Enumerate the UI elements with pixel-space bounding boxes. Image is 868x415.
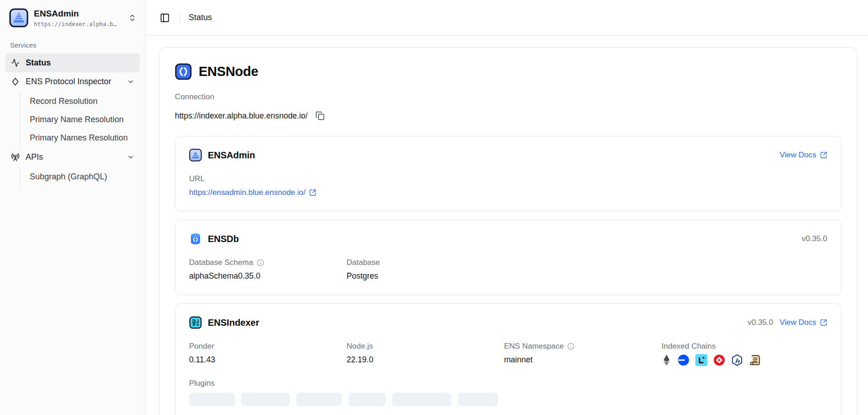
ensadmin-url-link[interactable]: https://ensadmin.blue.ensnode.io/ (189, 188, 316, 197)
sidebar-item-primary-names-resolution[interactable]: Primary Names Resolution (26, 129, 140, 147)
field-value: 0.11.43 (189, 355, 347, 366)
indexed-chains (662, 351, 819, 366)
external-link-icon (820, 151, 827, 159)
sidebar-item-subgraph-graphql[interactable]: Subgraph (GraphQL) (26, 167, 140, 186)
sidebar-nav: Status ENS Protocol Inspector Record Res… (5, 54, 140, 186)
ensnode-logo-icon (175, 63, 192, 80)
field-value: Postgres (347, 271, 504, 281)
card-title: ENSDb (208, 234, 239, 244)
apis-submenu: Subgraph (GraphQL) (20, 167, 140, 186)
field-value: mainnet (504, 355, 662, 366)
sidebar-item-label: Status (26, 58, 51, 68)
topbar: Status (146, 0, 868, 36)
info-icon[interactable] (257, 259, 264, 266)
ethereum-icon (662, 354, 672, 366)
plugin-chip (189, 393, 235, 406)
field-label: Database (347, 258, 504, 267)
sidebar-item-label: ENS Protocol Inspector (26, 77, 111, 86)
plugin-chip (348, 393, 385, 406)
external-link-icon (820, 319, 827, 326)
field-value: 22.19.0 (347, 355, 504, 366)
workspace-url: https://indexer.alpha.b… (34, 21, 117, 27)
connection-url: https://indexer.alpha.blue.ensnode.io/ (175, 111, 308, 121)
card-title: ENSIndexer (208, 318, 259, 328)
ensadmin-url-text: https://ensadmin.blue.ensnode.io/ (189, 188, 305, 197)
ens-protocol-inspector-submenu: Record Resolution Primary Name Resolutio… (20, 92, 140, 147)
workspace-switcher[interactable]: ENSAdmin https://indexer.alpha.b… (5, 5, 140, 31)
plugin-chip (241, 393, 290, 406)
sidebar-item-label: Primary Names Resolution (30, 133, 128, 143)
sidebar-item-label: Subgraph (GraphQL) (30, 172, 107, 182)
url-label: URL (189, 174, 827, 183)
optimism-icon (713, 354, 725, 366)
version-badge: v0.35.0 (802, 234, 827, 243)
radio-tower-icon (11, 153, 20, 162)
plugins-chips-row (189, 393, 827, 406)
activity-icon (11, 59, 20, 67)
view-docs-link[interactable]: View Docs (780, 151, 827, 160)
chevron-down-icon[interactable] (127, 78, 135, 86)
sidebar-item-status[interactable]: Status (5, 54, 140, 72)
field-label-text: Node.js (347, 342, 373, 351)
chevrons-up-down-icon (128, 14, 136, 22)
workspace-name: ENSAdmin (34, 8, 117, 19)
field-value: alphaSchema0.35.0 (189, 271, 347, 281)
ensindexer-card: ENSIndexer v0.35.0 View Docs (175, 303, 841, 415)
plugin-chip (392, 393, 451, 406)
ens-diamond-icon (11, 77, 20, 86)
field-label: Node.js (347, 342, 504, 351)
plugins-label: Plugins (189, 379, 827, 388)
connection-row: https://indexer.alpha.blue.ensnode.io/ (175, 110, 841, 121)
chevron-down-icon[interactable] (127, 153, 135, 161)
ensadmin-logo-icon (9, 8, 28, 27)
field-label-text: ENS Namespace (504, 342, 564, 351)
info-icon[interactable] (567, 343, 575, 350)
external-link-icon (309, 189, 316, 196)
panel-left-icon (160, 13, 170, 23)
ensdb-card-header: ENSDb v0.35.0 (189, 232, 827, 245)
field-label-text: Database (347, 258, 380, 267)
ensindexer-card-header: ENSIndexer v0.35.0 View Docs (189, 316, 827, 329)
sidebar-toggle-button[interactable] (158, 11, 172, 25)
card-title: ENSAdmin (208, 150, 255, 161)
version-badge: v0.35.0 (748, 318, 773, 327)
sidebar-item-apis[interactable]: APIs (5, 148, 140, 167)
ensdb-logo-icon (189, 232, 202, 245)
copy-icon (315, 111, 325, 120)
ensadmin-card: ENSAdmin View Docs URL (175, 136, 841, 211)
sidebar-item-ens-protocol-inspector[interactable]: ENS Protocol Inspector (5, 72, 140, 91)
ensindexer-logo-icon (189, 316, 202, 329)
ensnode-header: ENSNode (175, 63, 841, 80)
sidebar: ENSAdmin https://indexer.alpha.b… Servic… (0, 0, 146, 415)
field-label-text: Indexed Chains (662, 342, 716, 351)
field-label-text: Ponder (189, 342, 214, 351)
plugin-chip (458, 393, 498, 406)
connection-label: Connection (175, 92, 841, 102)
linea-icon (695, 354, 707, 366)
main-content: ENSNode Connection https://indexer.alpha… (146, 36, 868, 415)
view-docs-link[interactable]: View Docs (780, 318, 827, 327)
ensdb-card: ENSDb v0.35.0 Database Schema (175, 220, 841, 295)
field-label: Indexed Chains (662, 342, 819, 351)
sidebar-item-record-resolution[interactable]: Record Resolution (26, 92, 140, 110)
sidebar-item-label: APIs (26, 152, 43, 162)
breadcrumb: Status (189, 13, 212, 22)
field-label: ENS Namespace (504, 342, 662, 351)
sidebar-item-label: Record Resolution (30, 97, 98, 106)
ensadmin-card-header: ENSAdmin View Docs (189, 149, 827, 162)
field-label: Ponder (189, 342, 347, 351)
sidebar-item-label: Primary Name Resolution (30, 115, 124, 124)
copy-button[interactable] (315, 110, 326, 121)
services-section-label: Services (5, 31, 140, 54)
ensdb-fields: Database Schema Database alphaSchema0.35… (189, 258, 827, 281)
field-label: Database Schema (189, 258, 347, 267)
field-label-text: Database Schema (189, 258, 253, 267)
topbar-separator (180, 12, 180, 23)
base-icon (678, 354, 689, 366)
view-docs-label: View Docs (780, 151, 816, 160)
sidebar-item-primary-name-resolution[interactable]: Primary Name Resolution (26, 110, 140, 129)
ensindexer-fields: Ponder Node.js ENS Namespace (189, 342, 827, 366)
scroll-icon (749, 354, 761, 366)
plugin-chip (296, 393, 342, 406)
ensadmin-logo-icon (189, 149, 202, 162)
